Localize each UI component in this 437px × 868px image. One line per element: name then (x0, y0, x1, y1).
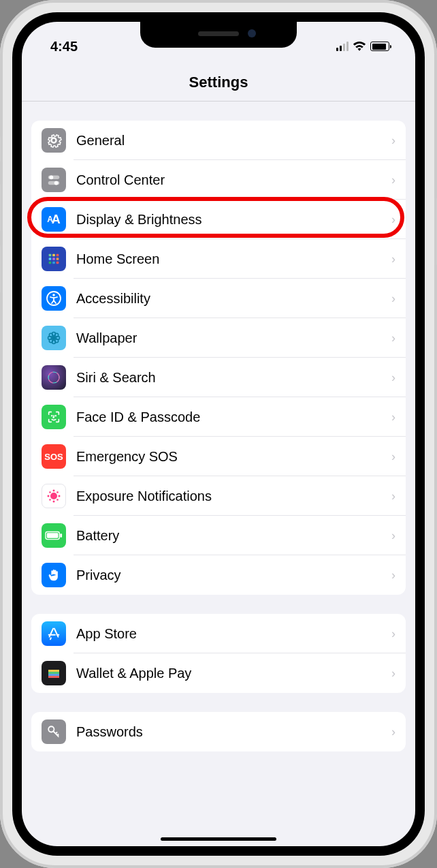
svg-point-27 (52, 416, 52, 416)
phone-frame: 4:45 Settings (0, 0, 437, 868)
svg-point-31 (53, 501, 55, 503)
chevron-right-icon: › (391, 331, 395, 345)
sos-icon: SOS (42, 444, 66, 469)
svg-rect-42 (48, 670, 59, 672)
svg-rect-44 (48, 674, 59, 676)
svg-point-2 (49, 175, 53, 179)
phone-bezel: 4:45 Settings (12, 12, 425, 856)
svg-point-33 (59, 495, 61, 497)
svg-rect-6 (52, 254, 55, 257)
row-home-screen[interactable]: Home Screen › (31, 239, 406, 279)
svg-rect-45 (48, 676, 59, 678)
volume-up-button (0, 184, 1, 232)
cellular-signal-icon (336, 42, 349, 51)
flower-icon (42, 326, 66, 350)
row-label: Siri & Search (76, 370, 391, 386)
row-label: Accessibility (76, 291, 391, 307)
exposure-icon (42, 484, 66, 508)
row-label: Face ID & Passcode (76, 409, 391, 425)
svg-point-36 (49, 499, 51, 501)
accessibility-icon (42, 286, 66, 311)
battery-icon (42, 523, 66, 548)
svg-rect-9 (52, 258, 55, 260)
svg-point-37 (56, 499, 59, 501)
row-control-center[interactable]: Control Center › (31, 160, 406, 200)
svg-point-4 (54, 181, 59, 185)
chevron-right-icon: › (391, 627, 395, 641)
svg-point-32 (48, 495, 50, 497)
battery-icon (370, 42, 389, 51)
svg-point-35 (56, 491, 59, 493)
svg-point-28 (55, 416, 56, 416)
chevron-right-icon: › (391, 568, 395, 583)
svg-rect-13 (56, 262, 59, 264)
svg-rect-7 (56, 254, 59, 257)
row-label: Control Center (76, 172, 391, 188)
row-app-store[interactable]: App Store › (31, 614, 406, 653)
row-battery[interactable]: Battery › (31, 516, 406, 555)
svg-rect-40 (60, 533, 62, 538)
row-privacy[interactable]: Privacy › (31, 555, 406, 595)
screen: 4:45 Settings (22, 22, 415, 846)
front-camera (248, 29, 256, 37)
row-label: Exposure Notifications (76, 489, 391, 504)
row-wallpaper[interactable]: Wallpaper › (31, 318, 406, 358)
svg-point-26 (48, 372, 59, 383)
chevron-right-icon: › (391, 213, 395, 227)
textsize-icon: AA (42, 207, 66, 232)
svg-rect-8 (49, 258, 52, 260)
svg-rect-5 (49, 254, 52, 257)
chevron-right-icon: › (391, 450, 395, 464)
row-label: Privacy (76, 568, 391, 583)
settings-group: App Store › Wallet & Apple Pay › (31, 614, 406, 693)
notch (140, 22, 297, 48)
svg-point-15 (52, 294, 55, 296)
row-siri-search[interactable]: Siri & Search › (31, 358, 406, 397)
svg-rect-39 (47, 533, 59, 538)
row-display-brightness[interactable]: AA Display & Brightness › (31, 200, 406, 239)
gear-icon (42, 128, 66, 153)
row-label: General (76, 133, 391, 149)
chevron-right-icon: › (391, 252, 395, 266)
svg-point-0 (52, 138, 56, 142)
svg-rect-12 (52, 262, 55, 264)
wifi-icon (353, 41, 366, 52)
home-indicator[interactable] (161, 837, 276, 841)
chevron-right-icon: › (391, 173, 395, 187)
svg-rect-43 (48, 672, 59, 674)
row-label: Wallpaper (76, 330, 391, 346)
row-general[interactable]: General › (31, 121, 406, 160)
toggles-icon (42, 168, 66, 192)
key-icon (42, 719, 66, 744)
row-label: App Store (76, 626, 391, 642)
row-faceid-passcode[interactable]: Face ID & Passcode › (31, 397, 406, 437)
svg-point-29 (50, 493, 57, 499)
wallet-icon (42, 661, 66, 685)
row-exposure-notifications[interactable]: Exposure Notifications › (31, 476, 406, 516)
faceid-icon (42, 405, 66, 429)
svg-rect-10 (56, 258, 59, 260)
row-label: Wallet & Apple Pay (76, 666, 391, 681)
svg-point-30 (53, 490, 55, 492)
row-wallet-applepay[interactable]: Wallet & Apple Pay › (31, 653, 406, 693)
row-emergency-sos[interactable]: SOS Emergency SOS › (31, 437, 406, 476)
settings-list[interactable]: General › Control Center › AA (22, 102, 415, 844)
hand-icon (42, 563, 66, 587)
chevron-right-icon: › (391, 529, 395, 543)
appstore-icon (42, 621, 66, 646)
chevron-right-icon: › (391, 371, 395, 385)
svg-point-34 (49, 491, 51, 493)
row-passwords[interactable]: Passwords › (31, 712, 406, 751)
row-label: Display & Brightness (76, 212, 391, 228)
volume-down-button (0, 245, 1, 293)
svg-rect-11 (49, 262, 52, 264)
page-title: Settings (22, 60, 415, 102)
speaker (198, 31, 239, 36)
chevron-right-icon: › (391, 134, 395, 148)
mute-switch (0, 136, 1, 162)
settings-group: Passwords › (31, 712, 406, 751)
row-accessibility[interactable]: Accessibility › (31, 279, 406, 318)
chevron-right-icon: › (391, 489, 395, 503)
row-label: Battery (76, 528, 391, 544)
row-label: Passwords (76, 724, 391, 740)
